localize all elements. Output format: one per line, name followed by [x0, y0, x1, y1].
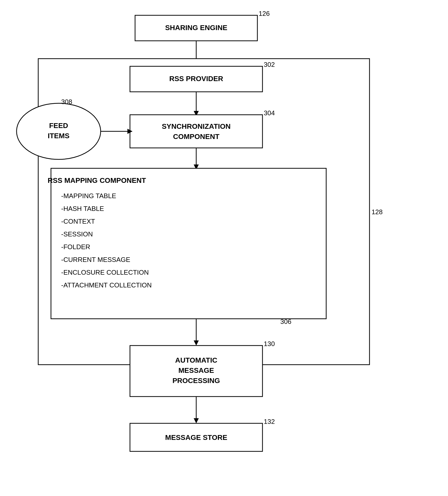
mapping-item-1: -MAPPING TABLE [61, 192, 116, 200]
rss-mapping-box [51, 168, 326, 319]
rss-mapping-ref: 306 [280, 318, 291, 325]
mapping-item-8: -ATTACHMENT COLLECTION [61, 281, 152, 289]
sync-component-label2: COMPONENT [173, 133, 219, 141]
mapping-item-3: -CONTEXT [61, 218, 95, 225]
diagram-container: SHARING ENGINE 126 128 RSS PROVIDER 302 … [0, 0, 448, 496]
sharing-engine-ref: 126 [259, 10, 270, 17]
feed-items-oval [17, 103, 101, 159]
auto-message-ref: 130 [264, 340, 275, 348]
auto-message-label2: MESSAGE [178, 366, 214, 374]
sync-component-box [130, 115, 262, 148]
auto-message-label1: AUTOMATIC [175, 356, 217, 364]
rss-mapping-title: RSS MAPPING COMPONENT [48, 176, 146, 184]
message-store-ref: 132 [264, 418, 275, 425]
feed-items-label2: ITEMS [48, 132, 70, 140]
feed-items-ref: 308 [61, 98, 72, 106]
arrow-auto-to-store-head [194, 418, 199, 423]
sync-component-ref: 304 [264, 109, 275, 117]
outer-box-ref: 128 [372, 208, 383, 216]
mapping-item-4: -SESSION [61, 230, 93, 238]
rss-provider-ref: 302 [264, 61, 275, 68]
mapping-item-6: -CURRENT MESSAGE [61, 256, 130, 263]
mapping-item-2: -HASH TABLE [61, 205, 104, 212]
mapping-item-5: -FOLDER [61, 243, 90, 251]
sharing-engine-label: SHARING ENGINE [165, 24, 227, 32]
feed-items-label1: FEED [49, 122, 68, 130]
mapping-item-7: -ENCLOSURE COLLECTION [61, 269, 149, 276]
auto-message-label3: PROCESSING [173, 377, 220, 385]
sync-component-label1: SYNCHRONIZATION [162, 122, 231, 130]
rss-provider-label: RSS PROVIDER [169, 75, 223, 83]
message-store-label-correct: MESSAGE STORE [165, 434, 227, 441]
